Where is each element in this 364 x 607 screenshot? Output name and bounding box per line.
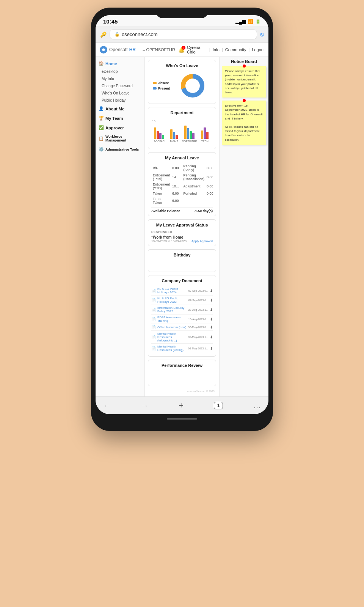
home-icon: 🏠	[99, 61, 104, 66]
company-document-card: Company Document 📄 KL & SG Public Holida…	[148, 275, 216, 357]
download-icon[interactable]: ⬇	[210, 308, 213, 312]
table-row: Entitlement (YTD) 10... Adjustment 0.00	[152, 182, 214, 190]
annual-leave-table: B/F 0.00 Pending (Apply) 0.00 Entitlemen…	[151, 163, 215, 206]
legend-item-present: Present	[153, 86, 170, 90]
download-icon[interactable]: ⬇	[210, 346, 213, 351]
more-options-button[interactable]: …	[253, 401, 261, 410]
notice-panel: Notice Board Please always ensure that y…	[219, 57, 268, 396]
leave-approval-card: My Leave Approval Status RESPONDED *Work…	[148, 219, 216, 246]
brand-hr: HR	[129, 47, 136, 52]
sidebar-item-workforce[interactable]: 📋 Workforce Management	[96, 132, 144, 145]
nav-menu-trigger[interactable]: ≡ OPENSOFTHR	[143, 47, 175, 52]
company-document-title: Company Document	[151, 278, 213, 283]
leave-legend: Absent Present	[153, 81, 170, 90]
sidebar-item-admin-tools[interactable]: ⚙️ Administrative Tools	[96, 145, 144, 154]
y-axis-label: 10	[152, 120, 212, 123]
sidebar-item-myinfo[interactable]: My Info	[96, 75, 144, 82]
forward-button[interactable]: →	[141, 401, 149, 410]
present-dot	[153, 87, 157, 90]
doc-name[interactable]: Information Security Policy 2022	[157, 306, 187, 313]
annual-leave-card: My Annual Leave B/F 0.00 Pending (Apply)…	[148, 152, 216, 216]
department-title: Department	[151, 110, 213, 115]
my-team-icon: 🏆	[99, 116, 104, 121]
doc-date: 09-May-2023 1...	[188, 336, 208, 338]
back-button[interactable]: ←	[103, 401, 111, 410]
doc-name[interactable]: KL & SG Public Holidays 2023	[157, 297, 187, 304]
sidebar-item-public-holiday[interactable]: Public Holiday	[96, 97, 144, 104]
nav-sep3: |	[248, 47, 249, 52]
url-text: oseconnect.com	[122, 31, 158, 37]
list-item: 📄 Office Intercom (new) 30-May-2023 8...…	[151, 324, 213, 331]
leave-row-value: 6.00	[171, 191, 180, 196]
bar	[159, 133, 162, 139]
doc-date: 07-Sep-2023 0...	[188, 299, 208, 302]
doc-date: 16-Aug-2023 0...	[188, 318, 208, 321]
doc-date: 07-Sep-2023 0...	[188, 289, 208, 292]
download-icon[interactable]: ⬇	[210, 317, 213, 321]
sidebar-item-home[interactable]: 🏠 Home	[96, 59, 144, 68]
brand-logo: OpensoftHR	[99, 46, 136, 54]
sidebar-item-edesktop[interactable]: eDesktop	[96, 68, 144, 75]
bar-label-accpac: ACCPAC	[154, 140, 165, 143]
about-me-label: About Me	[105, 107, 124, 111]
leave-row-value2: 0.00	[206, 164, 214, 172]
sidebar: 🏠 Home eDesktop My Info Change Password …	[96, 57, 145, 396]
download-icon[interactable]: ⬇	[210, 289, 213, 293]
doc-icon: 📄	[151, 289, 156, 293]
sticky-note-1-text: Please always ensure that your personal …	[225, 69, 260, 94]
bar	[162, 135, 164, 139]
balance-value: -1.50 day(s)	[194, 209, 213, 213]
leave-row-label2: Adjustment	[180, 182, 206, 190]
leave-item-name: *Work from Home	[151, 235, 213, 239]
leave-row-label: Entitlement (YTD)	[152, 182, 171, 190]
bar-chart: ACCPAC MGMT	[152, 124, 212, 143]
sidebar-item-change-password[interactable]: Change Password	[96, 82, 144, 90]
sidebar-item-whos-on-leave[interactable]: Who's On Leave	[96, 90, 144, 97]
doc-date: 09-May-2023 1...	[188, 347, 208, 350]
bar-group-mgmt: MGMT	[167, 129, 182, 143]
browser-url-bar[interactable]: 🔒 oseconnect.com	[110, 29, 257, 39]
sidebar-item-my-team[interactable]: 🏆 My Team	[96, 113, 144, 123]
absent-label: Absent	[158, 81, 169, 85]
doc-date: 30-May-2023 8...	[188, 326, 208, 329]
approved-badge: Apply Approved	[191, 239, 213, 243]
bar	[204, 127, 206, 139]
bar	[157, 131, 159, 139]
nav-community-link[interactable]: Community	[225, 47, 246, 52]
bar	[176, 135, 178, 139]
leave-item-dates: 13-09-2023 to 13-09-2023 Apply Approved	[151, 239, 213, 243]
download-icon[interactable]: ⬇	[210, 335, 213, 339]
sidebar-item-about-me[interactable]: 👤 About Me	[96, 104, 144, 113]
notice-board-title: Notice Board	[222, 59, 266, 64]
download-icon[interactable]: ⬇	[210, 298, 213, 302]
doc-name[interactable]: KL & SG Public Holidays 2024	[157, 287, 187, 294]
my-team-label: My Team	[105, 116, 123, 121]
doc-name[interactable]: PDPA Awareness Training	[157, 316, 187, 322]
nav-info-link[interactable]: Info	[213, 47, 220, 52]
doc-name[interactable]: Mental Health Resources (Listing)	[157, 345, 187, 352]
top-nav: OpensoftHR ≡ OPENSOFTHR 🔔0 Cyrena Chio |…	[96, 43, 268, 57]
nav-logout-link[interactable]: Logout	[252, 47, 265, 52]
download-icon[interactable]: ⬇	[210, 325, 213, 329]
browser-bottom-bar: ← → + 1 …	[96, 396, 268, 414]
tabs-count-button[interactable]: 1	[214, 402, 223, 409]
add-tab-button[interactable]: +	[179, 401, 184, 410]
doc-name[interactable]: Office Intercom (new)	[157, 326, 187, 329]
leave-row-label: Taken	[152, 191, 171, 196]
balance-label: Available Balance	[151, 209, 180, 213]
logo-icon	[99, 46, 108, 54]
nav-sep1: |	[209, 47, 210, 52]
doc-icon: 📄	[151, 325, 156, 329]
pin-icon	[243, 99, 246, 102]
table-row: B/F 0.00 Pending (Apply) 0.00	[152, 164, 214, 172]
sidebar-item-approver[interactable]: ✅ Approver	[96, 123, 144, 132]
list-item: 📄 PDPA Awareness Training 16-Aug-2023 0.…	[151, 315, 213, 324]
notification-bell-icon[interactable]: 🔔0	[178, 47, 185, 53]
content-area: Who's On Leave Absent Present	[145, 57, 219, 396]
sticky-note-2: Effective from 1st September 2023, Boss …	[222, 101, 266, 145]
share-icon[interactable]: ⎋	[260, 31, 264, 38]
doc-name[interactable]: Mental Health Resources (Infographic...)	[157, 332, 187, 342]
admin-tools-label: Administrative Tools	[105, 148, 139, 151]
leave-row-label2: Forfeited	[180, 191, 206, 196]
leave-row-value2: 0.00	[206, 173, 214, 181]
